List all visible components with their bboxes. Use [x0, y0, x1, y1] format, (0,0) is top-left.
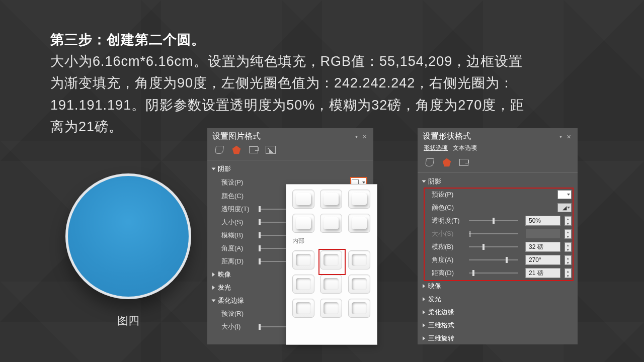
angle-value[interactable]: 270° — [525, 255, 560, 265]
category-tabs — [418, 155, 578, 172]
dropdown-icon[interactable] — [559, 134, 566, 140]
preset-option[interactable] — [320, 190, 342, 209]
distance-slider[interactable] — [466, 269, 521, 277]
dropdown-icon[interactable] — [355, 134, 361, 140]
option-tabs: 形状选项 文本选项 — [418, 143, 578, 155]
preset-option[interactable] — [320, 299, 342, 318]
figure-label: 图四 — [65, 313, 191, 328]
blue-circle-shape — [65, 173, 191, 299]
panel-controls — [355, 134, 368, 140]
transparency-row: 透明度(T) 50% ▴▾ — [418, 214, 578, 227]
transparency-spinner[interactable]: ▴▾ — [565, 216, 572, 226]
glow-section-header[interactable]: 发光 — [418, 293, 578, 306]
preset-option[interactable] — [292, 250, 314, 269]
preset-option[interactable] — [348, 299, 370, 318]
preset-row: 预设(P) — [418, 188, 578, 201]
size-tab-icon[interactable] — [249, 145, 259, 155]
shadow-section-header[interactable]: 阴影 — [207, 162, 373, 175]
fill-tab-icon[interactable] — [214, 145, 224, 155]
transparency-value[interactable]: 50% — [525, 216, 560, 226]
shadow-section-header[interactable]: 阴影 — [418, 175, 578, 188]
effects-tab-icon[interactable] — [442, 157, 452, 167]
blur-value[interactable]: 32 磅 — [525, 242, 560, 252]
panel-controls — [559, 134, 573, 140]
picture-tab-icon[interactable] — [266, 145, 276, 155]
inner-section-label: 内部 — [286, 236, 377, 245]
3drotate-section-header[interactable]: 三维旋转 — [418, 332, 578, 345]
preset-option[interactable] — [320, 275, 342, 294]
size-tab-icon[interactable] — [459, 157, 469, 167]
effects-tab-icon[interactable] — [231, 145, 242, 155]
reflection-section-header[interactable]: 映像 — [418, 280, 578, 293]
figure-4: 图四 — [65, 173, 191, 328]
preset-option[interactable] — [292, 190, 314, 209]
size-row: 大小(S) ▴▾ — [418, 227, 578, 240]
blur-spinner[interactable]: ▴▾ — [565, 242, 572, 252]
preset-option[interactable] — [292, 299, 314, 318]
angle-slider[interactable] — [466, 256, 521, 263]
color-row: 颜色(C) ◢ — [418, 201, 578, 214]
color-dropdown[interactable]: ◢ — [557, 203, 572, 212]
instruction-body: 大小为6.16cm*6.16cm。设置为纯色填充，RGB值：55,154,209… — [50, 51, 533, 138]
size-value — [525, 229, 560, 239]
panel-title: 设置图片格式 — [212, 131, 261, 142]
close-icon[interactable] — [362, 134, 368, 140]
distance-spinner[interactable]: ▴▾ — [565, 268, 572, 278]
instruction-lead: 第三步：创建第二个圆。 — [50, 32, 205, 47]
3dformat-section-header[interactable]: 三维格式 — [418, 319, 578, 332]
blur-row: 模糊(B) 32 磅 ▴▾ — [418, 240, 578, 253]
preset-option[interactable] — [348, 190, 370, 209]
preset-dropdown[interactable] — [557, 190, 572, 199]
shadow-preset-popup: 内部 — [286, 184, 377, 345]
fill-tab-icon[interactable] — [425, 157, 435, 167]
softedge-section-header[interactable]: 柔化边缘 — [418, 306, 578, 319]
preset-option[interactable] — [292, 275, 314, 294]
tab-text-options[interactable]: 文本选项 — [453, 144, 477, 152]
preset-option[interactable] — [348, 250, 370, 269]
preset-grid-outer — [286, 185, 377, 236]
distance-value[interactable]: 21 磅 — [525, 268, 560, 278]
close-icon[interactable] — [567, 134, 573, 140]
selected-preset-highlight — [318, 249, 346, 275]
preset-option[interactable] — [292, 214, 314, 233]
preset-option[interactable] — [348, 214, 370, 233]
preset-option[interactable] — [348, 275, 370, 294]
distance-row: 距离(D) 21 磅 ▴▾ — [418, 266, 578, 280]
panel-title: 设置形状格式 — [423, 131, 471, 142]
tab-shape-options[interactable]: 形状选项 — [424, 144, 448, 152]
instruction-text: 第三步：创建第二个圆。大小为6.16cm*6.16cm。设置为纯色填充，RGB值… — [50, 29, 599, 138]
format-shape-panel: 设置形状格式 形状选项 文本选项 阴影 预设(P) 颜色(C) ◢ 透明度(T)… — [418, 128, 578, 344]
preset-option[interactable] — [320, 214, 342, 233]
size-spinner: ▴▾ — [565, 229, 572, 239]
size-slider — [466, 230, 521, 237]
blur-slider[interactable] — [466, 243, 521, 250]
category-tabs — [207, 143, 373, 160]
angle-spinner[interactable]: ▴▾ — [565, 255, 572, 265]
angle-row: 角度(A) 270° ▴▾ — [418, 253, 578, 266]
transparency-slider[interactable] — [466, 217, 521, 224]
